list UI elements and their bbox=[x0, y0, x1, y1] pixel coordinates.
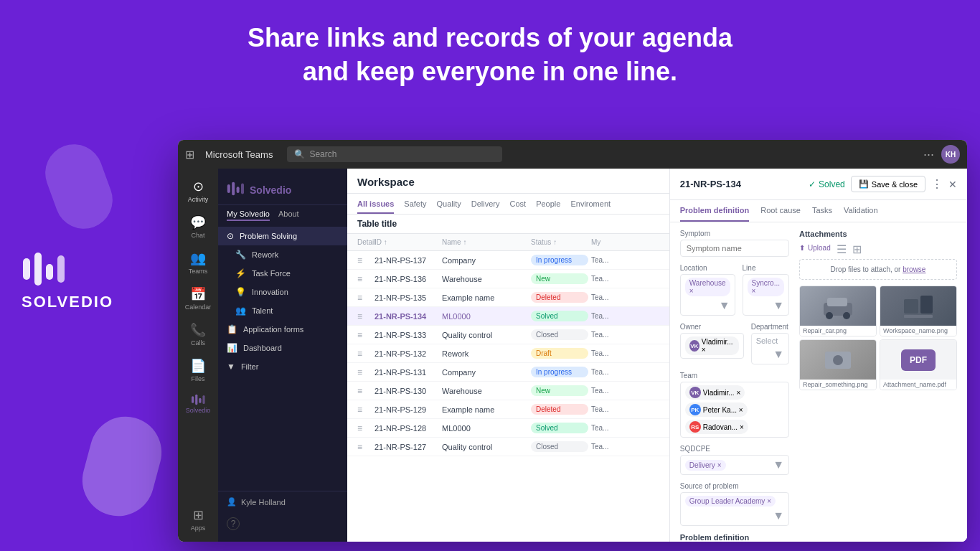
row-name: Warehouse bbox=[442, 387, 528, 395]
grid-view-icon[interactable]: ⊞ bbox=[852, 242, 862, 256]
sqdcpe-field: SQDCPE Delivery × ▼ bbox=[680, 445, 789, 475]
svg-rect-1 bbox=[34, 253, 42, 286]
browse-link[interactable]: browse bbox=[903, 265, 925, 273]
drag-handle: ≡ bbox=[357, 255, 372, 265]
row-name: Warehouse bbox=[442, 275, 528, 283]
table-row[interactable]: ≡ 21-NR-PS-129 Example name Deleted Tea.… bbox=[347, 400, 669, 419]
tab-safety[interactable]: Safety bbox=[404, 199, 426, 214]
sqdcpe-dropdown-icon[interactable]: ▼ bbox=[773, 458, 784, 471]
more-options-icon[interactable]: ⋮ bbox=[931, 177, 943, 191]
tab-delivery[interactable]: Delivery bbox=[471, 199, 500, 214]
nav-task-force[interactable]: ⚡ Task Force bbox=[218, 264, 347, 283]
row-id: 21-NR-PS-132 bbox=[374, 349, 439, 358]
table-row[interactable]: ≡ 21-NR-PS-135 Example name Deleted Tea.… bbox=[347, 288, 669, 307]
tab-all-issues[interactable]: All issues bbox=[357, 199, 394, 214]
teams-nav-teams[interactable]: 👥 Teams bbox=[181, 246, 215, 279]
search-icon: 🔍 bbox=[294, 149, 305, 159]
teams-nav-calls-label: Calls bbox=[191, 339, 205, 347]
team-vk-name: Vladimir... × bbox=[703, 389, 741, 397]
tab-root-cause[interactable]: Root cause bbox=[760, 200, 801, 222]
source-tag-container[interactable]: Group Leader Academy × ▼ bbox=[680, 492, 789, 526]
nav-forms-label: Application forms bbox=[243, 325, 303, 334]
location-tag: Warehouse × bbox=[685, 278, 730, 296]
line-tag-container[interactable]: Syncro... × ▼ bbox=[743, 274, 789, 316]
row-team: Tea... bbox=[591, 349, 634, 357]
department-field: Department Select ▼ bbox=[751, 323, 789, 364]
tab-enviroment[interactable]: Enviroment bbox=[570, 199, 611, 214]
teams-nav-chat[interactable]: 💬 Chat bbox=[181, 210, 215, 243]
row-status: Deleted bbox=[531, 292, 588, 303]
col-name[interactable]: Name ↑ bbox=[442, 238, 528, 246]
tab-problem-definition[interactable]: Problem definition bbox=[680, 200, 750, 222]
department-select[interactable]: Select ▼ bbox=[751, 333, 789, 364]
problem-solving-icon: ⊙ bbox=[227, 231, 234, 241]
nav-filter[interactable]: ▼ Filter bbox=[218, 357, 347, 376]
drop-zone[interactable]: Drop files to attach, or browse bbox=[799, 259, 957, 280]
tab-validation[interactable]: Validation bbox=[844, 200, 878, 222]
table-row[interactable]: ≡ 21-NR-PS-134 ML0000 Solved Tea... bbox=[347, 307, 669, 326]
nav-application-forms[interactable]: 📋 Application forms bbox=[218, 320, 347, 339]
table-row[interactable]: ≡ 21-NR-PS-133 Quality control Closed Te… bbox=[347, 326, 669, 344]
symptom-label: Symptom bbox=[680, 230, 789, 237]
drag-handle: ≡ bbox=[357, 442, 372, 452]
close-panel-icon[interactable]: ✕ bbox=[948, 179, 957, 190]
nav-dashboard[interactable]: 📊 Dashboard bbox=[218, 339, 347, 357]
col-status[interactable]: Status ↑ bbox=[531, 238, 588, 246]
tab-tasks[interactable]: Tasks bbox=[812, 200, 832, 222]
team-tag-container[interactable]: VK Vladimir... × PK Peter Ka... × RS Rad… bbox=[680, 382, 789, 438]
tab-about[interactable]: About bbox=[278, 209, 299, 221]
location-field: Location Warehouse × ▼ bbox=[680, 264, 735, 316]
teams-search-box[interactable]: 🔍 Search bbox=[287, 146, 502, 162]
symptom-input[interactable] bbox=[680, 240, 789, 257]
drag-handle: ≡ bbox=[357, 293, 372, 303]
table-row[interactable]: ≡ 21-NR-PS-131 Company In progress Tea..… bbox=[347, 363, 669, 382]
location-tag-container[interactable]: Warehouse × ▼ bbox=[680, 274, 735, 316]
teams-nav-solvedio[interactable]: Solvedio bbox=[181, 390, 215, 418]
table-row[interactable]: ≡ 21-NR-PS-127 Quality control Closed Te… bbox=[347, 438, 669, 456]
table-row[interactable]: ≡ 21-NR-PS-136 Warehouse New Tea... bbox=[347, 270, 669, 288]
svg-point-20 bbox=[833, 355, 843, 365]
tab-people[interactable]: People bbox=[536, 199, 560, 214]
files-icon: 📄 bbox=[190, 358, 206, 374]
user-icon: 👤 bbox=[227, 497, 237, 507]
teams-more-icon[interactable]: ··· bbox=[923, 147, 934, 162]
nav-talent[interactable]: 👥 Talent bbox=[218, 301, 347, 320]
attachment-workspace[interactable]: Workspace_name.png bbox=[880, 286, 957, 336]
table-row[interactable]: ≡ 21-NR-PS-132 Rework Draft Tea... bbox=[347, 344, 669, 363]
attachment-car[interactable]: Repair_car.png bbox=[799, 286, 877, 336]
list-view-icon[interactable]: ☰ bbox=[837, 242, 847, 256]
nav-innovation-label: Innovation bbox=[252, 288, 288, 296]
teams-nav-activity[interactable]: ⊙ Activity bbox=[181, 174, 215, 207]
nav-innovation[interactable]: 💡 Innovation bbox=[218, 283, 347, 301]
teams-nav-apps[interactable]: ⊞ Apps bbox=[181, 503, 215, 536]
table-row[interactable]: ≡ 21-NR-PS-128 ML0000 Solved Tea... bbox=[347, 419, 669, 438]
nav-rework[interactable]: 🔧 Rework bbox=[218, 245, 347, 264]
upload-button[interactable]: ⬆ Upload bbox=[799, 244, 831, 252]
teams-nav-files[interactable]: 📄 Files bbox=[181, 354, 215, 387]
svg-point-15 bbox=[843, 312, 850, 319]
line-dropdown-icon[interactable]: ▼ bbox=[773, 299, 784, 312]
sqdcpe-tag-container[interactable]: Delivery × ▼ bbox=[680, 455, 789, 475]
nav-problem-solving[interactable]: ⊙ Problem Solving bbox=[218, 227, 347, 245]
tab-my-solvedio[interactable]: My Solvedio bbox=[227, 209, 270, 221]
teams-topbar: ⊞ Microsoft Teams 🔍 Search ··· KH bbox=[178, 140, 967, 169]
attachment-repair[interactable]: Repair_something.png bbox=[799, 339, 877, 390]
owner-tag-container[interactable]: VK Vladimir... × bbox=[680, 333, 744, 359]
teams-sidebar: ⊙ Activity 💬 Chat 👥 Teams 📅 Calendar 📞 C… bbox=[178, 169, 218, 542]
location-dropdown-icon[interactable]: ▼ bbox=[719, 299, 730, 312]
teams-nav-calls[interactable]: 📞 Calls bbox=[181, 318, 215, 351]
table-row[interactable]: ≡ 21-NR-PS-137 Company In progress Tea..… bbox=[347, 251, 669, 270]
attachment-pdf[interactable]: PDF Attachment_name.pdf bbox=[880, 339, 957, 390]
save-close-button[interactable]: 💾 Save & close bbox=[851, 176, 925, 192]
dept-dropdown-icon[interactable]: ▼ bbox=[773, 348, 784, 361]
teams-user-avatar[interactable]: KH bbox=[941, 145, 960, 164]
row-team: Tea... bbox=[591, 275, 634, 283]
tab-quality[interactable]: Quality bbox=[437, 199, 461, 214]
teams-nav-calendar[interactable]: 📅 Calendar bbox=[181, 282, 215, 315]
source-dropdown-icon[interactable]: ▼ bbox=[773, 509, 784, 522]
row-status: In progress bbox=[531, 367, 588, 377]
help-icon[interactable]: ? bbox=[227, 517, 240, 530]
tab-cost[interactable]: Cost bbox=[510, 199, 527, 214]
table-row[interactable]: ≡ 21-NR-PS-130 Warehouse New Tea... bbox=[347, 382, 669, 400]
col-id[interactable]: ID ↑ bbox=[374, 238, 439, 246]
